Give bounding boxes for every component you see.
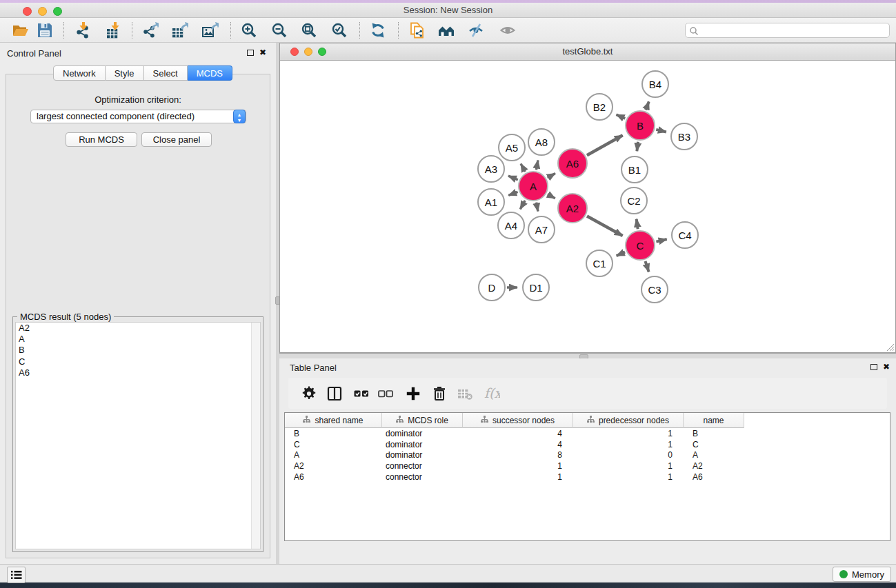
node-C4[interactable]: C4 <box>671 221 699 249</box>
edge-A-A4[interactable] <box>520 201 525 210</box>
tab-select[interactable]: Select <box>144 65 188 81</box>
result-list-item[interactable]: A2 <box>16 323 260 334</box>
new-network-from-selection-icon[interactable] <box>408 21 427 40</box>
edge-A6-B[interactable] <box>587 135 623 155</box>
show-hidden-icon[interactable] <box>498 21 517 40</box>
network-canvas[interactable]: B4B2BB3A5A8A6A3B1AC2A1A2A4A7C4CC1DD1C3 <box>280 61 895 352</box>
node-D1[interactable]: D1 <box>522 274 550 301</box>
save-session-icon[interactable] <box>35 21 54 40</box>
task-history-button[interactable] <box>7 567 26 583</box>
edge-A-A8[interactable] <box>536 161 538 170</box>
select-all-columns-icon[interactable] <box>351 383 372 404</box>
table-row[interactable]: Cdominator41C <box>285 440 744 451</box>
node-C1[interactable]: C1 <box>586 250 613 277</box>
close-panel-button[interactable]: Close panel <box>141 132 212 147</box>
tab-network[interactable]: Network <box>53 65 106 81</box>
result-list-item[interactable]: B <box>16 345 260 356</box>
show-columns-icon[interactable] <box>324 383 345 404</box>
node-C3[interactable]: C3 <box>641 276 668 303</box>
tab-mcds[interactable]: MCDS <box>188 65 232 81</box>
table-row[interactable]: Adominator80A <box>285 450 744 461</box>
column-header-name[interactable]: name <box>684 413 744 428</box>
column-header-predecessor-nodes[interactable]: predecessor nodes <box>573 413 684 428</box>
edge-A-A2[interactable] <box>548 194 555 199</box>
tab-style[interactable]: Style <box>106 65 144 81</box>
edge-B-B4[interactable] <box>646 101 648 110</box>
node-A5[interactable]: A5 <box>498 134 526 161</box>
column-header-successor-nodes[interactable]: successor nodes <box>463 413 573 428</box>
result-list-item[interactable]: A <box>16 334 260 345</box>
network-minimize-button[interactable] <box>304 48 312 56</box>
node-A7[interactable]: A7 <box>528 216 555 243</box>
open-file-icon[interactable] <box>11 21 30 40</box>
minimize-window-button[interactable] <box>38 7 47 16</box>
node-A1[interactable]: A1 <box>477 188 505 216</box>
edge-A-A3[interactable] <box>508 176 518 180</box>
edge-B-B3[interactable] <box>656 130 666 132</box>
table-row[interactable]: Bdominator41B <box>285 429 744 440</box>
node-B3[interactable]: B3 <box>670 123 698 150</box>
node-B2[interactable]: B2 <box>586 93 613 121</box>
edge-B-B1[interactable] <box>637 142 638 151</box>
node-B1[interactable]: B1 <box>621 156 648 183</box>
export-image-icon[interactable] <box>201 21 220 40</box>
mcds-result-list[interactable]: A2ABCA6 <box>15 322 261 549</box>
run-mcds-button[interactable]: Run MCDS <box>66 132 137 147</box>
node-C2[interactable]: C2 <box>620 187 648 214</box>
zoom-fit-icon[interactable] <box>299 21 319 40</box>
unselect-all-columns-icon[interactable] <box>375 383 396 404</box>
memory-button[interactable]: Memory <box>833 567 891 582</box>
node-B[interactable]: B <box>625 110 655 141</box>
edge-B-B2[interactable] <box>617 114 626 119</box>
optimization-criterion-select[interactable]: largest connected component (directed) ▲… <box>30 110 246 123</box>
node-A3[interactable]: A3 <box>477 155 505 183</box>
column-header-MCDS-role[interactable]: MCDS role <box>382 413 463 428</box>
node-D[interactable]: D <box>478 274 506 301</box>
apply-layout-icon[interactable] <box>368 21 388 40</box>
edge-A2-C[interactable] <box>587 216 623 236</box>
edge-C-C2[interactable] <box>637 219 638 229</box>
edge-A-A1[interactable] <box>508 192 517 195</box>
node-A6[interactable]: A6 <box>557 148 588 179</box>
column-header-shared-name[interactable]: shared name <box>285 413 382 428</box>
node-A[interactable]: A <box>518 171 548 201</box>
add-column-icon[interactable] <box>403 383 424 404</box>
float-panel-icon[interactable] <box>870 364 877 370</box>
result-list-scrollbar[interactable] <box>251 323 260 549</box>
node-A2[interactable]: A2 <box>557 193 588 223</box>
node-B4[interactable]: B4 <box>641 70 669 98</box>
hide-selected-icon[interactable] <box>466 21 486 40</box>
edge-A-A7[interactable] <box>536 203 537 212</box>
result-list-item[interactable]: C <box>16 356 260 367</box>
node-A8[interactable]: A8 <box>528 128 555 156</box>
table-settings-icon[interactable] <box>299 383 319 404</box>
import-network-icon[interactable] <box>73 21 92 40</box>
zoom-out-icon[interactable] <box>270 21 289 40</box>
network-zoom-button[interactable] <box>318 48 326 56</box>
zoom-in-icon[interactable] <box>239 21 259 40</box>
edge-C-C1[interactable] <box>617 252 625 256</box>
close-window-button[interactable] <box>23 7 32 16</box>
delete-columns-icon[interactable] <box>429 383 450 404</box>
export-table-icon[interactable] <box>170 21 190 40</box>
search-box[interactable] <box>685 23 890 38</box>
node-C[interactable]: C <box>625 230 655 261</box>
import-table-icon[interactable] <box>105 21 124 40</box>
result-list-item[interactable]: A6 <box>16 367 260 378</box>
node-A4[interactable]: A4 <box>497 212 525 239</box>
table-row[interactable]: A6connector11A6 <box>285 472 744 483</box>
network-close-button[interactable] <box>290 48 299 56</box>
close-panel-icon[interactable]: ✖ <box>259 48 266 57</box>
window-resize-grip[interactable] <box>884 341 894 351</box>
zoom-selected-icon[interactable] <box>330 21 349 40</box>
table-row[interactable]: A2connector11A2 <box>285 461 744 472</box>
edge-C-C3[interactable] <box>645 261 648 272</box>
edge-A-A6[interactable] <box>548 174 555 178</box>
zoom-window-button[interactable] <box>53 7 62 16</box>
search-input[interactable] <box>701 24 886 37</box>
node-table[interactable]: shared nameMCDS rolesuccessor nodesprede… <box>284 412 890 541</box>
network-overview-icon[interactable] <box>437 21 456 40</box>
export-network-icon[interactable] <box>141 21 160 40</box>
float-panel-icon[interactable] <box>247 50 254 56</box>
edge-A-A5[interactable] <box>521 164 525 172</box>
